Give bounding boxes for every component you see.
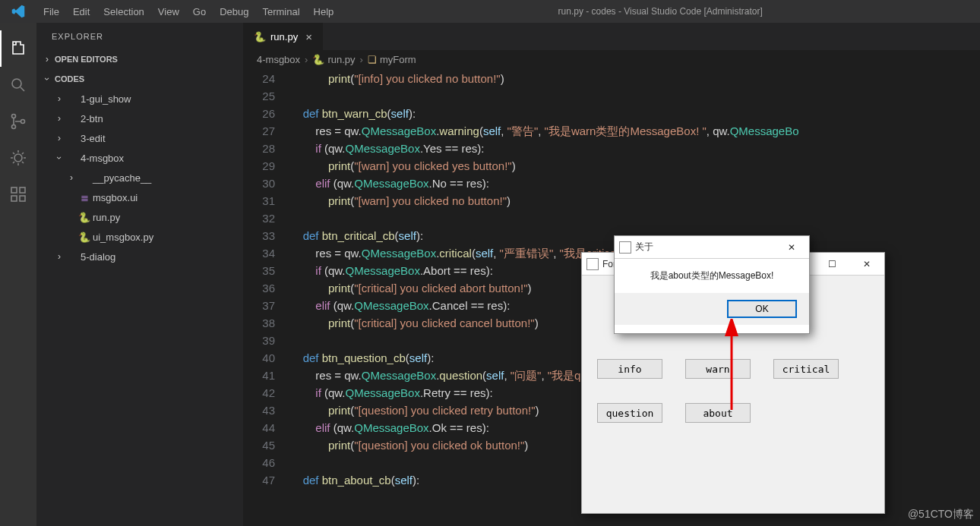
section-root[interactable]: ›CODES [36, 69, 243, 89]
file-tree: ›OPEN EDITORS ›CODES ›1-gui_show›2-btn›3… [36, 49, 243, 266]
explorer-icon[interactable] [0, 30, 36, 67]
tree-label: 1-gui_show [81, 93, 131, 105]
activity-bar [0, 23, 36, 526]
svg-rect-8 [20, 187, 25, 193]
tree-label: 5-dialog [81, 251, 115, 263]
close-window-icon[interactable]: ✕ [849, 253, 884, 276]
about-button[interactable]: about [685, 403, 751, 423]
folder-5-dialog[interactable]: ›5-dialog [36, 247, 243, 266]
folder--pycache-[interactable]: ›__pycache__ [36, 168, 243, 187]
ui-file-icon: ≣ [77, 192, 91, 203]
breadcrumbs[interactable]: 4-msgbox› 🐍run.py› ❏myForm [243, 50, 980, 70]
svg-rect-6 [11, 196, 17, 201]
file-run-py[interactable]: 🐍run.py [36, 207, 243, 227]
svg-point-2 [12, 125, 16, 129]
svg-point-4 [14, 154, 22, 162]
critical-button[interactable]: critical [773, 359, 839, 379]
window-icon [619, 241, 631, 254]
menu-view[interactable]: View [151, 6, 186, 17]
menu-file[interactable]: File [36, 6, 66, 17]
folder-2-btn[interactable]: ›2-btn [36, 109, 243, 128]
close-msgbox-icon[interactable]: ✕ [774, 236, 809, 259]
menu-debug[interactable]: Debug [213, 6, 255, 17]
warn-button[interactable]: warn [685, 359, 751, 379]
tab-run-py[interactable]: 🐍 run.py × [243, 23, 324, 50]
tree-label: run.py [93, 212, 120, 223]
app-title: run.py - codes - Visual Studio Code [Adm… [340, 6, 980, 17]
folder-3-edit[interactable]: ›3-edit [36, 128, 243, 148]
svg-rect-5 [11, 187, 17, 193]
menu-terminal[interactable]: Terminal [255, 6, 306, 17]
menu-edit[interactable]: Edit [66, 6, 96, 17]
svg-point-0 [12, 79, 21, 88]
about-messagebox[interactable]: 关于 ✕ 我是about类型的MessageBox! OK [614, 235, 810, 334]
msgbox-title: 关于 [635, 241, 653, 254]
svg-point-1 [12, 115, 16, 118]
tree-label: msgbox.ui [93, 192, 138, 203]
tree-label: 3-edit [81, 133, 106, 144]
tab-label: run.py [270, 31, 298, 43]
tree-label: ui_msgbox.py [93, 232, 153, 243]
tree-label: 2-btn [81, 113, 103, 124]
svg-rect-7 [20, 196, 25, 201]
info-button[interactable]: info [597, 359, 662, 379]
svg-point-3 [21, 120, 25, 124]
python-file-icon: 🐍 [254, 31, 266, 43]
file-ui-msgbox-py[interactable]: 🐍ui_msgbox.py [36, 227, 243, 247]
question-button[interactable]: question [597, 403, 662, 423]
watermark: @51CTO博客 [908, 508, 974, 521]
tree-label: __pycache__ [93, 172, 151, 184]
explorer-sidebar: EXPLORER ›OPEN EDITORS ›CODES ›1-gui_sho… [36, 23, 243, 526]
debug-icon[interactable] [0, 140, 36, 176]
msgbox-titlebar[interactable]: 关于 ✕ [615, 236, 809, 259]
window-icon [586, 258, 599, 270]
editor-tabs: 🐍 run.py × [243, 23, 980, 50]
titlebar: FileEditSelectionViewGoDebugTerminalHelp… [0, 0, 980, 23]
ok-button[interactable]: OK [727, 300, 797, 318]
section-open-editors[interactable]: ›OPEN EDITORS [36, 49, 243, 69]
source-control-icon[interactable] [0, 103, 36, 140]
tree-label: 4-msgbox [81, 153, 124, 164]
python-file-icon: 🐍 [77, 232, 91, 243]
line-gutter: 2425262728293031323334353637383940414243… [243, 70, 290, 526]
vscode-logo-icon [0, 5, 36, 18]
msgbox-text: 我是about类型的MessageBox! [615, 259, 809, 293]
menu-help[interactable]: Help [307, 6, 341, 17]
menu-selection[interactable]: Selection [96, 6, 150, 17]
python-file-icon: 🐍 [77, 212, 91, 223]
menu-go[interactable]: Go [186, 6, 213, 17]
folder-4-msgbox[interactable]: ›4-msgbox [36, 148, 243, 168]
maximize-icon[interactable]: ☐ [814, 253, 849, 276]
extensions-icon[interactable] [0, 176, 36, 213]
search-icon[interactable] [0, 67, 36, 103]
file-msgbox-ui[interactable]: ≣msgbox.ui [36, 187, 243, 207]
folder-1-gui-show[interactable]: ›1-gui_show [36, 89, 243, 109]
close-icon[interactable]: × [305, 30, 312, 43]
sidebar-title: EXPLORER [36, 23, 243, 49]
